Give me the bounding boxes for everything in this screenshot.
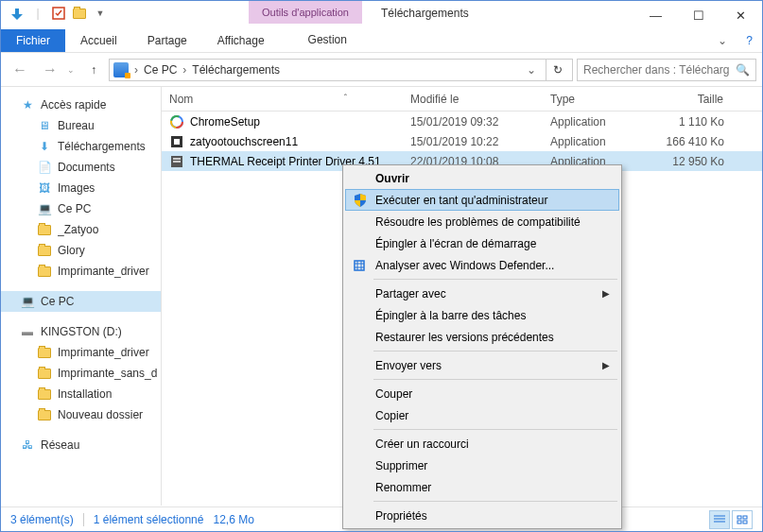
documents-icon: 📄 bbox=[37, 160, 52, 175]
column-date[interactable]: Modifié le bbox=[403, 87, 543, 111]
ribbon-collapse-icon[interactable]: ⌄ bbox=[708, 30, 737, 51]
ctx-run-as-admin[interactable]: Exécuter en tant qu'administrateur bbox=[345, 189, 619, 211]
help-icon[interactable]: ? bbox=[737, 30, 762, 51]
ribbon-tab-share[interactable]: Partage bbox=[132, 29, 202, 52]
view-details-button[interactable] bbox=[709, 510, 730, 529]
app-icon bbox=[169, 154, 184, 169]
nav-back-button[interactable]: ← bbox=[7, 57, 33, 83]
search-icon[interactable]: 🔍 bbox=[736, 63, 750, 77]
ctx-pin-taskbar[interactable]: Épingler à la barre des tâches bbox=[345, 304, 619, 326]
nav-history-dropdown[interactable]: ⌄ bbox=[67, 65, 78, 75]
ctx-delete[interactable]: Supprimer bbox=[345, 455, 619, 476]
svg-rect-8 bbox=[173, 158, 181, 160]
sidebar-item-driver[interactable]: Imprimante_driver bbox=[1, 261, 161, 282]
shield-icon bbox=[352, 192, 369, 209]
contextual-tab-header: Outils d'application bbox=[249, 1, 362, 24]
images-icon: 🖼 bbox=[37, 180, 52, 196]
search-box[interactable]: 🔍 bbox=[577, 59, 756, 81]
sidebar-item-images[interactable]: 🖼Images bbox=[1, 178, 161, 198]
sidebar-item[interactable]: Imprimante_sans_d bbox=[1, 363, 161, 384]
sidebar-item[interactable]: Nouveau dossier bbox=[1, 404, 161, 425]
sidebar-item-cepc[interactable]: 💻Ce PC bbox=[1, 198, 161, 219]
svg-rect-6 bbox=[174, 139, 180, 145]
quick-access-toolbar: | ▼ bbox=[1, 1, 116, 26]
divider-icon: | bbox=[29, 5, 46, 22]
sidebar-item[interactable]: Imprimante_driver bbox=[1, 342, 161, 363]
ctx-open[interactable]: Ouvrir bbox=[345, 167, 619, 189]
minimize-button[interactable]: — bbox=[634, 1, 677, 29]
qat-dropdown-icon[interactable]: ▼ bbox=[92, 5, 109, 22]
close-button[interactable]: ✕ bbox=[720, 1, 762, 29]
separator bbox=[83, 513, 84, 526]
folder-icon bbox=[37, 243, 52, 258]
properties-icon[interactable] bbox=[50, 5, 67, 22]
navigation-pane: ★ Accès rapide 🖥Bureau ⬇Téléchargements … bbox=[1, 87, 162, 506]
folder-icon bbox=[37, 386, 52, 402]
column-size[interactable]: Taille bbox=[637, 87, 732, 111]
status-count: 3 élément(s) bbox=[10, 513, 74, 526]
pc-icon: 💻 bbox=[20, 294, 35, 309]
app-icon bbox=[9, 5, 26, 22]
ctx-share[interactable]: Partager avec▶ bbox=[345, 283, 619, 304]
ctx-compat[interactable]: Résoudre les problèmes de compatibilité bbox=[345, 211, 619, 232]
ctx-copy[interactable]: Copier bbox=[345, 404, 619, 426]
ribbon-tab-manage[interactable]: Gestion bbox=[293, 29, 362, 52]
column-name[interactable]: Nomˆ bbox=[162, 87, 403, 111]
view-large-icons-button[interactable] bbox=[732, 510, 753, 529]
nav-forward-button[interactable]: → bbox=[37, 57, 63, 83]
ctx-rename[interactable]: Renommer bbox=[345, 476, 619, 498]
separator bbox=[373, 351, 617, 352]
file-row[interactable]: ChromeSetup 15/01/2019 09:32 Application… bbox=[162, 112, 762, 131]
column-type[interactable]: Type bbox=[543, 87, 637, 111]
address-dropdown-icon[interactable]: ⌄ bbox=[523, 63, 540, 77]
sidebar-item-glory[interactable]: Glory bbox=[1, 240, 161, 261]
search-input[interactable] bbox=[583, 63, 730, 77]
window-title: Téléchargements bbox=[362, 1, 634, 26]
sidebar-network[interactable]: 🖧Réseau bbox=[1, 435, 161, 455]
separator bbox=[373, 379, 617, 380]
sidebar-item-zatyoo[interactable]: _Zatyoo bbox=[1, 219, 161, 240]
drive-icon: ▬ bbox=[20, 324, 35, 339]
separator bbox=[373, 279, 617, 280]
refresh-button[interactable]: ↻ bbox=[546, 60, 568, 80]
folder-icon bbox=[37, 222, 52, 237]
address-bar[interactable]: › Ce PC › Téléchargements ⌄ ↻ bbox=[109, 59, 573, 81]
downloads-icon: ⬇ bbox=[37, 139, 52, 154]
breadcrumb-sep[interactable]: › bbox=[182, 63, 186, 77]
nav-up-button[interactable]: ↑ bbox=[82, 63, 105, 77]
breadcrumb-cepc[interactable]: Ce PC bbox=[144, 63, 177, 77]
sidebar-item-desktop[interactable]: 🖥Bureau bbox=[1, 115, 161, 136]
sidebar-drive[interactable]: ▬KINGSTON (D:) bbox=[1, 321, 161, 342]
sidebar-ce-pc[interactable]: 💻Ce PC bbox=[1, 291, 161, 312]
sidebar-quick-access[interactable]: ★ Accès rapide bbox=[1, 94, 161, 115]
ctx-send-to[interactable]: Envoyer vers▶ bbox=[345, 354, 619, 376]
ribbon-file-tab[interactable]: Fichier bbox=[1, 29, 65, 52]
sidebar-item-documents[interactable]: 📄Documents bbox=[1, 157, 161, 178]
file-row[interactable]: zatyootouchscreen11 15/01/2019 10:22 App… bbox=[162, 131, 762, 151]
location-icon bbox=[113, 62, 129, 77]
folder-icon bbox=[37, 366, 52, 381]
ctx-shortcut[interactable]: Créer un raccourci bbox=[345, 433, 619, 455]
ctx-defender[interactable]: Analyser avec Windows Defender... bbox=[345, 254, 619, 276]
separator bbox=[373, 501, 617, 502]
breadcrumb-downloads[interactable]: Téléchargements bbox=[192, 63, 280, 77]
sidebar-item-downloads[interactable]: ⬇Téléchargements bbox=[1, 136, 161, 157]
svg-rect-9 bbox=[173, 161, 181, 163]
breadcrumb-sep[interactable]: › bbox=[134, 63, 138, 77]
desktop-icon: 🖥 bbox=[37, 118, 52, 133]
ribbon-tab-view[interactable]: Affichage bbox=[202, 29, 280, 52]
ctx-pin-start[interactable]: Épingler à l'écran de démarrage bbox=[345, 232, 619, 254]
folder-icon bbox=[37, 264, 52, 279]
ctx-restore[interactable]: Restaurer les versions précédentes bbox=[345, 326, 619, 348]
ctx-properties[interactable]: Propriétés bbox=[345, 505, 619, 526]
sort-indicator-icon: ˆ bbox=[344, 94, 394, 104]
submenu-arrow-icon: ▶ bbox=[602, 288, 610, 299]
sidebar-item[interactable]: Installation bbox=[1, 384, 161, 404]
column-headers: Nomˆ Modifié le Type Taille bbox=[162, 87, 762, 112]
pc-icon: 💻 bbox=[37, 201, 52, 216]
ctx-cut[interactable]: Couper bbox=[345, 383, 619, 404]
status-size: 12,6 Mo bbox=[213, 513, 253, 526]
new-folder-icon[interactable] bbox=[71, 5, 88, 22]
ribbon-tab-home[interactable]: Accueil bbox=[65, 29, 132, 52]
maximize-button[interactable]: ☐ bbox=[677, 1, 720, 29]
